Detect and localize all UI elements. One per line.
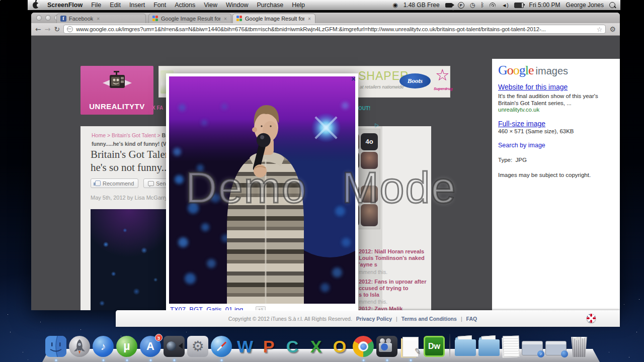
dock-minimized-window-1[interactable]: ♪ <box>522 341 543 355</box>
dock-appstore-icon[interactable]: A 3 <box>140 336 161 357</box>
tab-google-image-2[interactable]: Google Image Result for http × <box>232 14 315 23</box>
wrench-menu-icon[interactable]: ⚙ <box>609 26 616 33</box>
tab-close-icon[interactable]: × <box>97 16 100 22</box>
unrealitytv-logo[interactable]: UNREALITYTV <box>80 66 153 115</box>
wifi-icon[interactable] <box>490 3 496 8</box>
menu-edit[interactable]: Edit <box>110 2 121 9</box>
menu-clock[interactable]: Fri 5:00 PM <box>529 2 560 9</box>
apple-menu-icon[interactable] <box>33 2 39 9</box>
dock-utorrent-icon[interactable]: µ <box>116 336 137 357</box>
spotlight-icon[interactable] <box>609 2 615 8</box>
superdrug-logo-text: Superdrug <box>434 86 453 91</box>
related-headline[interactable]: 2012: Niall Horan reveals <box>359 248 424 255</box>
lightbox-close-icon[interactable]: × <box>351 74 356 83</box>
source-domain[interactable]: unrealitytv.co.uk <box>498 107 614 113</box>
faq-link[interactable]: FAQ <box>466 316 477 322</box>
dock-trash-icon[interactable] <box>570 337 588 357</box>
website-for-image-link[interactable]: Website for this image <box>498 83 614 91</box>
google-images-favicon <box>152 16 158 22</box>
related-headline[interactable]: Louis Tomlinson's naked <box>359 255 425 261</box>
dock: ♪ µ A 3 ⚙ W P C X O ✎ Dw ♪ <box>45 334 589 357</box>
menu-actions[interactable]: Actions <box>175 2 195 9</box>
site-nav-fragment-right[interactable]: OUT! <box>358 106 370 111</box>
dock-safari-icon[interactable] <box>211 336 232 357</box>
bluetooth-icon[interactable]: ᛒ <box>480 2 484 9</box>
dock-chrome-icon[interactable] <box>353 336 374 357</box>
terms-link[interactable]: Terms and Conditions <box>401 316 457 322</box>
plus-one-button[interactable]: +1 <box>256 306 266 310</box>
menu-bar: ScreenFlow File Edit Insert Font Actions… <box>28 0 620 10</box>
browser-toolbar: ← → ↻ www.google.co.uk/imgres?um=1&hl=en… <box>31 23 620 36</box>
menu-font[interactable]: Font <box>153 2 166 9</box>
time-machine-icon[interactable]: ◷ <box>470 2 475 9</box>
tab-google-image-1[interactable]: Google Image Result for http × <box>148 14 231 23</box>
related-headline[interactable]: 2012: Zayn Malik <box>359 306 403 310</box>
full-size-image-link[interactable]: Full-size image <box>498 120 614 128</box>
menu-purchase[interactable]: Purchase <box>257 2 284 9</box>
dock-outlook-icon[interactable]: O <box>329 336 350 357</box>
battery-icon[interactable] <box>514 3 524 8</box>
dock-minimized-window-2[interactable] <box>545 341 567 355</box>
dock-dreamweaver-icon[interactable]: Dw <box>424 336 445 357</box>
reload-icon[interactable]: ↻ <box>54 26 60 33</box>
menu-insert[interactable]: Insert <box>129 2 145 9</box>
uk-flag-icon[interactable] <box>587 314 596 323</box>
adchoices-icon[interactable]: ▷ <box>375 122 379 128</box>
google-images-logo: Googleimages <box>498 63 614 78</box>
menu-file[interactable]: File <box>91 2 101 9</box>
dock-documents-stack[interactable] <box>502 336 519 357</box>
menu-window[interactable]: Window <box>226 2 248 9</box>
close-window-button <box>36 15 42 21</box>
dock-screenflow-icon[interactable] <box>376 336 397 357</box>
site-nav-fragment-left[interactable]: X FA <box>152 105 163 111</box>
thumbs-up-icon <box>95 180 101 186</box>
ad-subtitle: at retailers nationwide <box>360 84 404 89</box>
related-meta: mmend this. <box>359 299 387 305</box>
image-filename-link[interactable]: TX07_BGT_Gatis_01.jpg <box>170 306 243 310</box>
page-globe-icon <box>67 26 73 32</box>
browser-window: f Facebook × Google Image Result for htt… <box>31 13 620 310</box>
menu-view[interactable]: View <box>204 2 217 9</box>
parallels-icon[interactable]: P <box>458 2 464 9</box>
dock-launchpad-icon[interactable] <box>69 336 90 357</box>
url-text[interactable]: www.google.co.uk/imgres?um=1&hl=en&sa=N&… <box>76 26 594 32</box>
dock-itunes-icon[interactable]: ♪ <box>93 336 114 357</box>
dock-folder-stack-1[interactable] <box>455 339 476 356</box>
dock-finder-icon[interactable] <box>45 336 66 357</box>
menu-user-name[interactable]: George Jones <box>566 2 604 9</box>
dock-powerpoint-icon[interactable]: P <box>258 336 279 357</box>
menu-app-name[interactable]: ScreenFlow <box>47 2 83 9</box>
appstore-badge: 3 <box>155 334 163 341</box>
menu-help[interactable]: Help <box>292 2 305 9</box>
boots-logo: Boots <box>399 73 431 88</box>
related-headline[interactable]: 'ayne s <box>359 261 377 268</box>
privacy-policy-link[interactable]: Privacy Policy <box>356 316 392 322</box>
related-headline[interactable]: ccused of trying to <box>359 285 408 292</box>
pen-icon: ✎ <box>413 346 422 357</box>
screen-record-icon[interactable] <box>445 3 452 8</box>
dock-textedit-icon[interactable]: ✎ <box>400 336 421 357</box>
winged-tv-graphic <box>100 70 135 96</box>
article-photo[interactable] <box>91 209 167 310</box>
search-by-image-link[interactable]: Search by image <box>498 142 614 149</box>
tab-facebook[interactable]: f Facebook × <box>56 14 146 23</box>
related-meta: mmend this. <box>359 269 387 275</box>
related-headline[interactable]: 2012: Fans in uproar after <box>359 279 427 285</box>
dock-camera-app-icon[interactable] <box>164 336 185 357</box>
tab-close-icon[interactable]: × <box>224 16 227 22</box>
bookmark-star-icon[interactable]: ☆ <box>597 26 603 33</box>
dock-system-preferences-icon[interactable]: ⚙ <box>187 336 208 357</box>
forward-icon[interactable]: → <box>45 26 51 33</box>
back-icon[interactable]: ← <box>35 26 41 33</box>
recommend-button[interactable]: Recommend <box>91 178 138 188</box>
dock-excel-icon[interactable]: X <box>305 336 327 357</box>
disc-icon[interactable]: ◉ <box>392 2 397 9</box>
dock-folder-stack-2[interactable] <box>478 339 500 356</box>
related-headline[interactable]: s to Isla <box>359 292 379 298</box>
tab-close-icon[interactable]: × <box>308 16 311 22</box>
address-bar[interactable]: www.google.co.uk/imgres?um=1&hl=en&sa=N&… <box>63 25 606 34</box>
volume-icon[interactable]: ◄) <box>502 3 508 8</box>
dock-word-icon[interactable]: W <box>234 336 256 357</box>
itunes-footer-window: Copyright © 2012 iTunes S.à r.l. All Rig… <box>116 310 620 327</box>
dock-communicator-icon[interactable]: C <box>282 336 303 357</box>
